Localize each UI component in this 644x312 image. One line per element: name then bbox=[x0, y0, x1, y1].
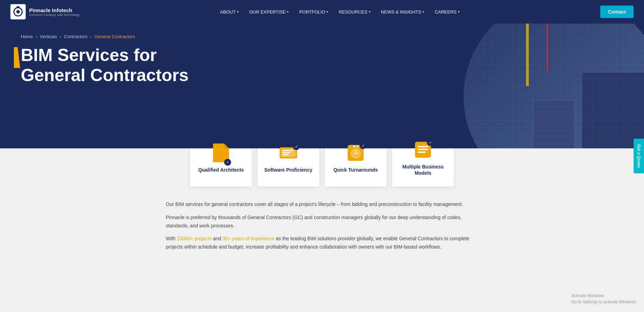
hero-section: Home › Verticals › Contractors › General… bbox=[0, 24, 644, 148]
logo-box bbox=[10, 4, 26, 19]
building-illustration bbox=[582, 72, 644, 148]
breadcrumb-sep-1: › bbox=[36, 34, 37, 39]
building-illustration-2 bbox=[533, 100, 575, 148]
highlight-projects: 15000+ projects bbox=[177, 236, 212, 241]
hero-image-circle bbox=[464, 24, 644, 148]
card-icon-architects: ✓ bbox=[212, 145, 230, 163]
get-a-quote-tab[interactable]: Get a Quote bbox=[634, 139, 644, 173]
nav-about[interactable]: ABOUT ▾ bbox=[215, 7, 244, 17]
nav-careers[interactable]: CAREERS ▾ bbox=[430, 7, 465, 17]
card-label-turnaround: Quick Turnarounds bbox=[333, 167, 378, 173]
content-area: Our BIM services for general contractors… bbox=[166, 200, 478, 251]
breadcrumb-verticals[interactable]: Verticals bbox=[40, 34, 57, 39]
card-label-business: Multiple Business Models bbox=[398, 164, 448, 176]
highlight-years: 30+ years of experience bbox=[222, 236, 274, 241]
header: Pinnacle Infotech Construct Certainty, w… bbox=[0, 0, 644, 24]
chevron-down-icon: ▾ bbox=[423, 10, 424, 14]
svg-rect-18 bbox=[418, 151, 425, 153]
logo-icon bbox=[12, 6, 24, 18]
main-nav: ABOUT ▾ OUR EXPERTISE ▾ PORTFOLIO ▾ RESO… bbox=[215, 7, 464, 17]
title-accent bbox=[14, 47, 20, 68]
chevron-down-icon: ▾ bbox=[458, 10, 460, 14]
svg-rect-8 bbox=[282, 154, 289, 155]
card-label-architects: Qualified Architects bbox=[198, 167, 244, 173]
contact-button[interactable]: Contact bbox=[600, 6, 634, 18]
svg-rect-3 bbox=[17, 6, 19, 8]
svg-rect-13 bbox=[353, 146, 355, 147]
nav-news-insights[interactable]: NEWS & INSIGHTS ▾ bbox=[376, 7, 429, 17]
svg-rect-7 bbox=[282, 152, 291, 153]
breadcrumb-contractors[interactable]: Contractors bbox=[64, 34, 87, 39]
breadcrumb-current: General Contractors bbox=[94, 34, 135, 39]
svg-rect-6 bbox=[282, 150, 293, 151]
card-icon-turnaround: ✓ bbox=[347, 145, 365, 163]
nav-resources[interactable]: RESOURCES ▾ bbox=[334, 7, 375, 17]
cards-section: ✓ Qualified Architects ✓ So bbox=[0, 131, 644, 270]
chevron-down-icon: ▾ bbox=[287, 10, 289, 14]
breadcrumb: Home › Verticals › Contractors › General… bbox=[21, 34, 264, 39]
content-para-1: Our BIM services for general contractors… bbox=[166, 200, 478, 209]
page-title: BIM Services for General Contractors bbox=[21, 45, 264, 85]
hero-content: Home › Verticals › Contractors › General… bbox=[21, 34, 264, 85]
svg-rect-14 bbox=[356, 146, 358, 147]
nav-our-expertise[interactable]: OUR EXPERTISE ▾ bbox=[244, 7, 294, 17]
crane-cable bbox=[547, 24, 548, 72]
breadcrumb-sep-2: › bbox=[60, 34, 61, 39]
breadcrumb-sep-3: › bbox=[90, 34, 92, 39]
content-para-2: Pinnacle is preferred by thousands of Ge… bbox=[166, 214, 478, 230]
content-para-3: With 15000+ projects and 30+ years of ex… bbox=[166, 235, 478, 251]
logo-area[interactable]: Pinnacle Infotech Construct Certainty, w… bbox=[10, 4, 79, 19]
logo-tagline: Construct Certainty, with Technology bbox=[29, 13, 79, 17]
card-icon-business: ✓ bbox=[414, 141, 432, 159]
card-label-software: Software Proficiency bbox=[264, 167, 313, 173]
chevron-down-icon: ▾ bbox=[369, 10, 371, 14]
svg-rect-16 bbox=[418, 146, 428, 147]
crane-vertical bbox=[526, 24, 529, 86]
svg-point-2 bbox=[16, 10, 20, 14]
card-icon-software: ✓ bbox=[279, 145, 297, 163]
logo-brand: Pinnacle Infotech bbox=[29, 7, 79, 13]
nav-portfolio[interactable]: PORTFOLIO ▾ bbox=[294, 7, 333, 17]
chevron-down-icon: ▾ bbox=[237, 10, 239, 14]
chevron-down-icon: ▾ bbox=[327, 10, 328, 14]
logo-text: Pinnacle Infotech Construct Certainty, w… bbox=[29, 7, 79, 17]
breadcrumb-home[interactable]: Home bbox=[21, 34, 33, 39]
svg-rect-17 bbox=[418, 149, 428, 150]
